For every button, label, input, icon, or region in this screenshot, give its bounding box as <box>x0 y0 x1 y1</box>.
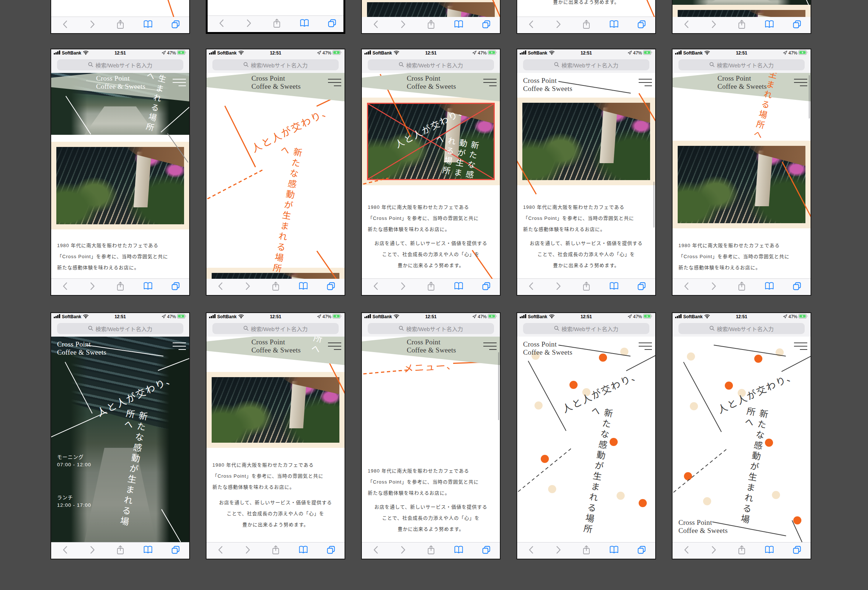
tabs-button[interactable] <box>789 281 805 293</box>
bookmarks-button[interactable] <box>606 545 622 556</box>
forward-button[interactable] <box>706 19 722 31</box>
bookmarks-button[interactable] <box>140 19 156 31</box>
safari-search-field[interactable]: 検索/Webサイト名入力 <box>213 323 339 334</box>
bookmarks-button[interactable] <box>140 281 156 293</box>
forward-button[interactable] <box>240 545 256 556</box>
share-button[interactable] <box>578 19 595 31</box>
share-button[interactable] <box>423 545 439 556</box>
back-button[interactable] <box>57 281 73 293</box>
bookmarks-button[interactable] <box>450 281 467 293</box>
site-logo[interactable]: Cross PointCoffee & Sweets <box>407 338 456 354</box>
back-button[interactable] <box>678 19 695 31</box>
back-button[interactable] <box>678 281 695 293</box>
forward-button[interactable] <box>551 281 567 293</box>
safari-search-field[interactable]: 検索/Webサイト名入力 <box>57 59 183 70</box>
menu-button[interactable] <box>328 343 341 350</box>
site-logo[interactable]: Cross PointCoffee & Sweets <box>96 74 145 90</box>
forward-button[interactable] <box>551 545 567 556</box>
tabs-button[interactable] <box>478 281 495 293</box>
menu-button[interactable] <box>794 343 807 350</box>
share-button[interactable] <box>734 281 750 293</box>
site-logo[interactable]: Cross PointCoffee & Sweets <box>57 340 106 356</box>
back-button[interactable] <box>678 545 695 556</box>
bookmarks-button[interactable] <box>295 545 311 556</box>
back-button[interactable] <box>57 545 73 556</box>
tabs-button[interactable] <box>789 19 805 31</box>
forward-button[interactable] <box>396 19 412 31</box>
forward-button[interactable] <box>240 281 256 293</box>
back-button[interactable] <box>368 19 384 31</box>
tabs-button[interactable] <box>323 281 339 293</box>
menu-button[interactable] <box>483 79 497 86</box>
bookmarks-button[interactable] <box>606 19 622 31</box>
share-button[interactable] <box>269 18 285 30</box>
menu-button[interactable] <box>173 343 186 350</box>
share-button[interactable] <box>734 545 750 556</box>
back-button[interactable] <box>57 19 73 31</box>
share-button[interactable] <box>423 281 439 293</box>
site-logo[interactable]: Cross PointCoffee & Sweets <box>251 338 301 354</box>
scrollbar[interactable] <box>809 75 810 118</box>
menu-button[interactable] <box>639 79 652 86</box>
bookmarks-button[interactable] <box>761 281 778 293</box>
back-button[interactable] <box>213 281 229 293</box>
back-button[interactable] <box>213 545 229 556</box>
tabs-button[interactable] <box>167 19 184 31</box>
safari-search-field[interactable]: 検索/Webサイト名入力 <box>213 59 339 70</box>
site-logo[interactable]: Cross PointCoffee & Sweets <box>678 519 728 535</box>
tabs-button[interactable] <box>167 545 184 556</box>
menu-button[interactable] <box>328 79 341 86</box>
menu-button[interactable] <box>639 343 652 350</box>
safari-search-field[interactable]: 検索/Webサイト名入力 <box>678 323 805 334</box>
share-button[interactable] <box>112 281 128 293</box>
back-button[interactable] <box>523 545 539 556</box>
bookmarks-button[interactable] <box>450 545 467 556</box>
forward-button[interactable] <box>85 19 101 31</box>
share-button[interactable] <box>578 545 595 556</box>
share-button[interactable] <box>578 281 595 293</box>
tabs-button[interactable] <box>323 545 339 556</box>
share-button[interactable] <box>423 19 439 31</box>
bookmarks-button[interactable] <box>761 545 778 556</box>
safari-search-field[interactable]: 検索/Webサイト名入力 <box>523 59 650 70</box>
safari-search-field[interactable]: 検索/Webサイト名入力 <box>368 59 494 70</box>
site-logo[interactable]: Cross PointCoffee & Sweets <box>717 74 767 90</box>
forward-button[interactable] <box>85 545 101 556</box>
back-button[interactable] <box>523 281 539 293</box>
back-button[interactable] <box>368 281 384 293</box>
safari-search-field[interactable]: 検索/Webサイト名入力 <box>678 59 805 70</box>
bookmarks-button[interactable] <box>450 19 467 31</box>
forward-button[interactable] <box>551 19 567 31</box>
menu-button[interactable] <box>173 79 186 86</box>
tabs-button[interactable] <box>633 281 650 293</box>
forward-button[interactable] <box>706 545 722 556</box>
tabs-button[interactable] <box>324 18 340 30</box>
share-button[interactable] <box>112 19 128 31</box>
back-button[interactable] <box>214 18 230 30</box>
bookmarks-button[interactable] <box>761 19 778 31</box>
site-logo[interactable]: Cross PointCoffee & Sweets <box>523 340 573 356</box>
safari-search-field[interactable]: 検索/Webサイト名入力 <box>57 323 183 334</box>
safari-search-field[interactable]: 検索/Webサイト名入力 <box>523 323 650 334</box>
site-logo[interactable]: Cross PointCoffee & Sweets <box>251 74 301 90</box>
forward-button[interactable] <box>396 281 412 293</box>
forward-button[interactable] <box>396 545 412 556</box>
tabs-button[interactable] <box>633 545 650 556</box>
bookmarks-button[interactable] <box>140 545 156 556</box>
tabs-button[interactable] <box>789 545 805 556</box>
tabs-button[interactable] <box>633 19 650 31</box>
menu-button[interactable] <box>483 343 497 350</box>
menu-button[interactable] <box>794 79 807 86</box>
forward-button[interactable] <box>706 281 722 293</box>
share-button[interactable] <box>268 281 284 293</box>
site-logo[interactable]: Cross PointCoffee & Sweets <box>523 77 573 93</box>
scrollbar[interactable] <box>498 352 499 420</box>
bookmarks-button[interactable] <box>296 18 313 30</box>
forward-button[interactable] <box>85 281 101 293</box>
bookmarks-button[interactable] <box>295 281 311 293</box>
site-logo[interactable]: Cross PointCoffee & Sweets <box>407 74 456 90</box>
tabs-button[interactable] <box>478 545 495 556</box>
share-button[interactable] <box>268 545 284 556</box>
scrollbar[interactable] <box>653 182 654 228</box>
tabs-button[interactable] <box>478 19 495 31</box>
